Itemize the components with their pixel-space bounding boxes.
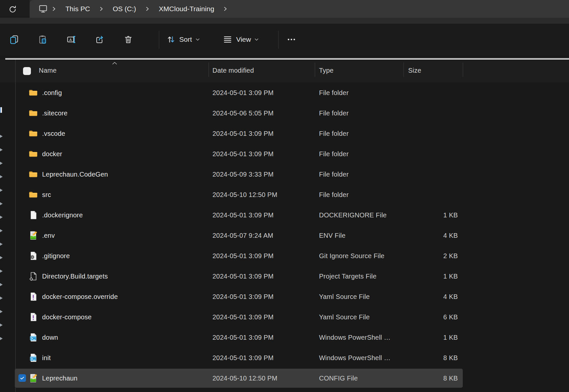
delete-button[interactable] bbox=[120, 32, 136, 47]
folder-icon bbox=[28, 190, 38, 200]
toolbar-separator bbox=[278, 31, 279, 49]
view-icon bbox=[222, 35, 233, 44]
paste-icon bbox=[38, 35, 48, 44]
file-type-icon bbox=[28, 332, 38, 342]
file-type: File folder bbox=[319, 123, 349, 144]
file-type-icon bbox=[28, 210, 38, 220]
folder-icon bbox=[28, 108, 38, 118]
file-size: 2 KB bbox=[414, 246, 458, 266]
file-name: .dockerignore bbox=[42, 205, 83, 225]
address-bar: This PCOS (C:)XMCloud-Training bbox=[0, 0, 569, 24]
ellipsis-icon bbox=[286, 35, 296, 44]
file-name: docker-compose.override bbox=[42, 286, 118, 307]
chevron-right-icon bbox=[99, 6, 104, 12]
date-modified: 2024-05-01 3:09 PM bbox=[212, 144, 274, 164]
file-name: .vscode bbox=[42, 123, 65, 144]
file-type: File folder bbox=[319, 83, 349, 103]
file-size bbox=[414, 83, 458, 103]
paste-button[interactable] bbox=[35, 32, 51, 47]
panel-top-divider bbox=[5, 58, 569, 60]
refresh-button[interactable] bbox=[7, 4, 18, 14]
toolbar-separator bbox=[159, 31, 159, 49]
view-button[interactable]: View bbox=[222, 32, 259, 47]
file-type-icon bbox=[28, 271, 38, 281]
date-modified: 2024-05-10 12:50 PM bbox=[212, 184, 277, 205]
file-type-icon bbox=[28, 373, 38, 383]
file-type-icon bbox=[28, 292, 38, 302]
file-type: Windows PowerShell … bbox=[319, 348, 390, 368]
date-modified: 2024-05-06 5:05 PM bbox=[212, 103, 274, 123]
table-row[interactable]: src2024-05-10 12:50 PMFile folder bbox=[0, 184, 569, 205]
file-type: Yaml Source File bbox=[319, 307, 370, 327]
rename-button[interactable]: A bbox=[63, 32, 79, 47]
file-size bbox=[414, 103, 458, 123]
file-name: init bbox=[42, 348, 51, 368]
column-header-name[interactable]: Name bbox=[39, 67, 57, 74]
date-modified: 2024-05-01 3:09 PM bbox=[212, 205, 274, 225]
breadcrumb-item[interactable]: XMCloud-Training bbox=[153, 5, 220, 13]
sort-button[interactable]: Sort bbox=[166, 32, 200, 47]
table-row[interactable]: Leprechaun2024-05-10 12:50 PMCONFIG File… bbox=[0, 368, 569, 388]
column-resize-handle[interactable] bbox=[463, 62, 463, 77]
file-type-icon bbox=[28, 251, 38, 261]
file-name: .config bbox=[42, 83, 62, 103]
this-pc-icon bbox=[38, 4, 48, 14]
share-icon bbox=[95, 35, 105, 44]
file-name: docker bbox=[42, 144, 62, 164]
table-row[interactable]: docker-compose.override2024-05-01 3:09 P… bbox=[0, 286, 569, 307]
column-header-date-modified[interactable]: Date modified bbox=[212, 67, 254, 74]
sort-label: Sort bbox=[179, 36, 192, 43]
rename-icon: A bbox=[66, 35, 76, 44]
file-name: Leprechaun bbox=[42, 368, 78, 388]
table-row[interactable]: Directory.Build.targets2024-05-01 3:09 P… bbox=[0, 266, 569, 286]
date-modified: 2024-05-01 3:09 PM bbox=[212, 327, 274, 348]
file-name: Directory.Build.targets bbox=[42, 266, 108, 286]
breadcrumb-item[interactable]: This PC bbox=[60, 5, 96, 13]
table-row[interactable]: .dockerignore2024-05-01 3:09 PMDOCKERIGN… bbox=[0, 205, 569, 225]
date-modified: 2024-05-01 3:09 PM bbox=[212, 83, 274, 103]
table-row[interactable]: .env2024-05-07 9:24 AMENV File4 KB bbox=[0, 225, 569, 246]
breadcrumb: This PCOS (C:)XMCloud-Training bbox=[49, 5, 231, 13]
table-row[interactable]: .sitecore2024-05-06 5:05 PMFile folder bbox=[0, 103, 569, 123]
copy-icon bbox=[9, 35, 19, 44]
file-size: 8 KB bbox=[414, 368, 458, 388]
view-label: View bbox=[236, 36, 251, 43]
file-size: 1 KB bbox=[414, 327, 458, 348]
file-type: Yaml Source File bbox=[319, 286, 370, 307]
date-modified: 2024-05-01 3:09 PM bbox=[212, 286, 274, 307]
file-type: File folder bbox=[319, 184, 349, 205]
address-box[interactable]: This PCOS (C:)XMCloud-Training bbox=[30, 0, 569, 18]
file-type-icon bbox=[28, 312, 38, 322]
date-modified: 2024-05-07 9:24 AM bbox=[212, 225, 273, 246]
file-size: 1 KB bbox=[414, 205, 458, 225]
file-name: .env bbox=[42, 225, 55, 246]
breadcrumb-item[interactable]: OS (C:) bbox=[107, 5, 142, 13]
file-size: 8 KB bbox=[414, 348, 458, 368]
folder-icon bbox=[28, 149, 38, 159]
chevron-down-icon bbox=[195, 37, 200, 41]
row-checkbox-checked[interactable] bbox=[18, 374, 26, 382]
file-name: docker-compose bbox=[42, 307, 92, 327]
column-resize-handle[interactable] bbox=[209, 62, 209, 77]
select-all-checkbox[interactable] bbox=[23, 67, 31, 75]
column-header-size[interactable]: Size bbox=[408, 67, 421, 74]
column-resize-handle[interactable] bbox=[404, 62, 404, 77]
delete-icon bbox=[123, 35, 133, 44]
chevron-right-icon bbox=[223, 6, 228, 12]
column-header-type[interactable]: Type bbox=[319, 67, 334, 74]
sort-icon bbox=[166, 35, 176, 44]
more-options-button[interactable] bbox=[284, 32, 299, 47]
table-row[interactable]: .config2024-05-01 3:09 PMFile folder bbox=[0, 83, 569, 103]
copy-button[interactable] bbox=[6, 32, 22, 47]
table-row[interactable]: docker2024-05-01 3:09 PMFile folder bbox=[0, 144, 569, 164]
table-row[interactable]: .vscode2024-05-01 3:09 PMFile folder bbox=[0, 123, 569, 144]
table-row[interactable]: init2024-05-01 3:09 PMWindows PowerShell… bbox=[0, 348, 569, 368]
table-row[interactable]: docker-compose2024-05-01 3:09 PMYaml Sou… bbox=[0, 307, 569, 327]
table-row[interactable]: down2024-05-01 3:09 PMWindows PowerShell… bbox=[0, 327, 569, 348]
table-row[interactable]: .gitignore2024-05-01 3:09 PMGit Ignore S… bbox=[0, 246, 569, 266]
folder-icon bbox=[28, 169, 38, 179]
table-row[interactable]: Leprechaun.CodeGen2024-05-09 3:33 PMFile… bbox=[0, 164, 569, 184]
column-resize-handle[interactable] bbox=[315, 62, 315, 77]
share-button[interactable] bbox=[92, 32, 108, 47]
file-type: File folder bbox=[319, 164, 349, 184]
